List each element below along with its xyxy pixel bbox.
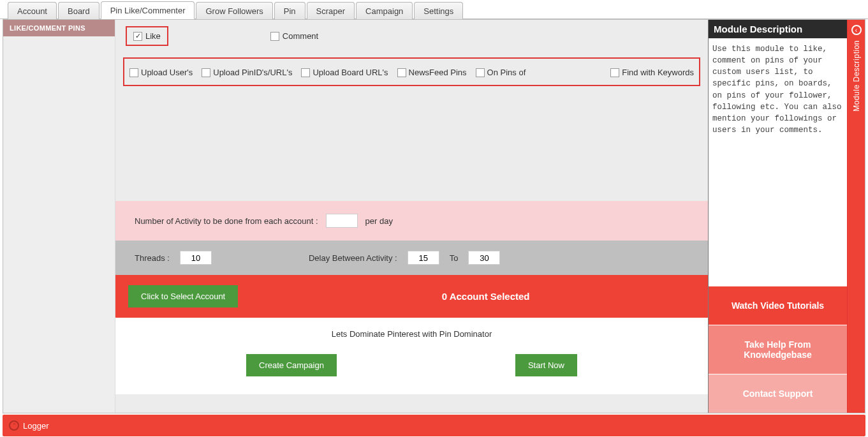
create-campaign-button[interactable]: Create Campaign <box>246 354 337 376</box>
threads-input[interactable] <box>180 251 212 265</box>
upload-board-checkbox[interactable] <box>301 68 310 77</box>
mode-row: ✓ Like Comment <box>115 20 708 52</box>
upload-board-label: Upload Board URL's <box>313 68 388 77</box>
module-description-strip[interactable]: ‹ Module Description <box>847 20 865 413</box>
module-description-body: Use this module to like, comment on pins… <box>709 38 847 286</box>
tab-grow-followers[interactable]: Grow Followers <box>196 2 272 19</box>
watch-video-tutorials-button[interactable]: Watch Video Tutorials <box>709 286 847 325</box>
delay-label: Delay Between Activity : <box>309 253 397 263</box>
newsfeed-label: NewsFeed Pins <box>409 68 467 77</box>
center-panel: ✓ Like Comment Upload User's Upload PinI… <box>115 20 708 413</box>
chevron-up-icon: ˄ <box>9 420 19 431</box>
threads-bar: Threads : Delay Between Activity : To <box>115 241 708 275</box>
tab-scraper[interactable]: Scraper <box>307 2 355 19</box>
like-label: Like <box>145 31 161 41</box>
chevron-right-icon: ‹ <box>851 25 862 35</box>
tab-pin[interactable]: Pin <box>274 2 305 19</box>
activity-label: Number of Activity to be done from each … <box>135 216 318 226</box>
delay-from-input[interactable] <box>408 251 439 265</box>
tagline: Lets Dominate Pinterest with Pin Dominat… <box>115 329 708 339</box>
select-account-button[interactable]: Click to Select Account <box>128 285 238 307</box>
main-wrap: LIKE/COMMENT PINS ✓ Like Comment Upload … <box>3 19 865 413</box>
threads-label: Threads : <box>135 253 170 263</box>
leftnav-like-comment-pins[interactable]: LIKE/COMMENT PINS <box>3 20 115 36</box>
upload-pinids-label: Upload PinID's/URL's <box>213 68 292 77</box>
activity-input[interactable] <box>326 214 358 228</box>
onpinsof-checkbox[interactable] <box>476 68 485 77</box>
upload-users-label: Upload User's <box>141 68 193 77</box>
contact-support-button[interactable]: Contact Support <box>709 374 847 413</box>
module-description-header: Module Description <box>709 20 847 38</box>
account-selected-status: 0 Account Selected <box>276 291 695 302</box>
upload-users-checkbox[interactable] <box>129 68 138 77</box>
bottom-action-area: Lets Dominate Pinterest with Pin Dominat… <box>115 318 708 394</box>
delay-to-input[interactable] <box>468 251 500 265</box>
upload-pinids-checkbox[interactable] <box>202 68 210 77</box>
module-description-strip-label: Module Description <box>852 40 861 112</box>
blank-area <box>115 86 708 201</box>
left-nav: LIKE/COMMENT PINS <box>3 20 115 413</box>
tab-campaign[interactable]: Campaign <box>356 2 413 19</box>
right-panel: Module Description Use this module to li… <box>708 20 847 413</box>
like-checkbox[interactable]: ✓ <box>133 32 142 41</box>
tab-pin-like-commenter[interactable]: Pin Like/Commenter <box>101 1 195 19</box>
find-keywords-checkbox[interactable] <box>610 68 619 77</box>
onpinsof-label: On Pins of <box>487 68 526 77</box>
activity-bar: Number of Activity to be done from each … <box>115 201 708 241</box>
knowledgebase-button[interactable]: Take Help From Knowledgebase <box>709 325 847 374</box>
logger-label: Logger <box>23 421 48 431</box>
account-select-bar: Click to Select Account 0 Account Select… <box>115 275 708 318</box>
start-now-button[interactable]: Start Now <box>515 354 577 376</box>
like-checkbox-highlight: ✓ Like <box>126 26 168 46</box>
comment-checkbox[interactable] <box>270 32 279 41</box>
tab-board[interactable]: Board <box>58 2 99 19</box>
comment-label: Comment <box>283 31 318 41</box>
tab-account[interactable]: Account <box>8 2 57 19</box>
options-row: Upload User's Upload PinID's/URL's Uploa… <box>123 57 700 86</box>
tab-settings[interactable]: Settings <box>414 2 463 19</box>
newsfeed-checkbox[interactable] <box>397 68 406 77</box>
find-keywords-label: Find with Keywords <box>622 68 694 77</box>
logger-bar[interactable]: ˄ Logger <box>3 415 865 436</box>
activity-perday: per day <box>365 216 393 226</box>
delay-to-label: To <box>450 253 459 263</box>
main-tabs: Account Board Pin Like/Commenter Grow Fo… <box>0 0 868 19</box>
